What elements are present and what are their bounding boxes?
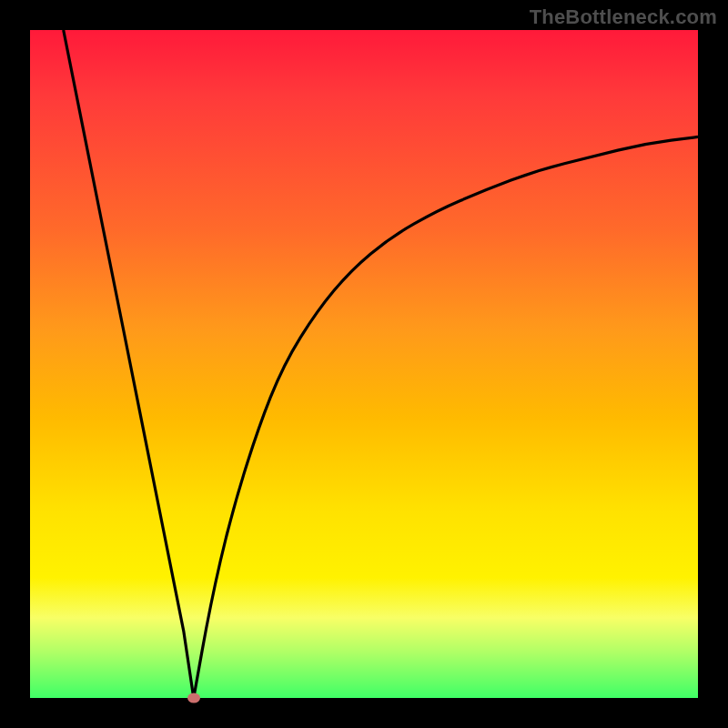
minimum-marker (187, 693, 200, 703)
chart-frame: TheBottleneck.com (0, 0, 728, 728)
curve-left-branch (64, 30, 194, 698)
bottleneck-curve (30, 30, 698, 698)
plot-area (30, 30, 698, 698)
curve-right-branch (194, 136, 698, 698)
watermark-text: TheBottleneck.com (530, 5, 717, 29)
